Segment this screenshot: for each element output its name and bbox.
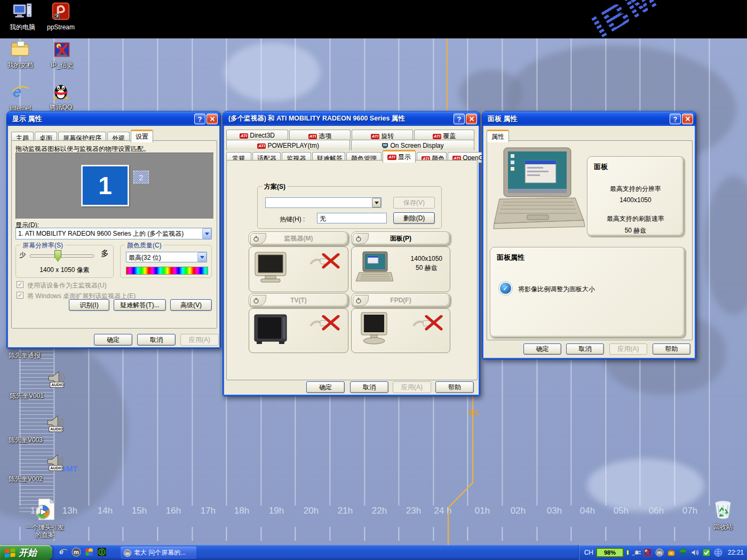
identify-button[interactable]: 识别(I) xyxy=(69,299,109,311)
icon-label: ppStream xyxy=(44,23,78,31)
apply-button: 应用(A) xyxy=(393,381,431,393)
scale-image-checkbox[interactable]: ✓ xyxy=(500,283,511,294)
tab-settings[interactable]: 设置 xyxy=(131,130,153,142)
desktop-icon-recycle-bin[interactable]: 回收站 xyxy=(705,499,741,531)
help-titlebar-button[interactable]: ? xyxy=(454,114,465,124)
disconnected-cable-icon xyxy=(309,253,343,271)
tab-on-screen-display[interactable]: On Screen Display xyxy=(351,140,474,150)
tab-rotation[interactable]: ATI旋转 xyxy=(352,130,413,140)
monitor-device-body xyxy=(249,246,348,292)
tray-maxthon-icon[interactable]: m xyxy=(655,548,664,557)
monitor-2-box[interactable]: 2 xyxy=(133,171,149,183)
close-button[interactable] xyxy=(466,114,477,124)
messenger-quicklaunch-icon[interactable] xyxy=(84,547,93,556)
desktop-icon-audio-v002[interactable]: AUDIO 陈先奎V002 xyxy=(4,452,74,483)
display-select-arrow[interactable] xyxy=(202,228,211,239)
window-title: 显示 属性 xyxy=(12,115,42,123)
tray-umbrella-icon[interactable] xyxy=(679,548,688,557)
scheme-select-arrow[interactable] xyxy=(372,198,381,207)
tray-antivirus-icon[interactable] xyxy=(702,548,711,557)
hour-label: 03h xyxy=(543,506,566,516)
windows-flag-icon xyxy=(4,548,16,558)
ok-button[interactable]: 确定 xyxy=(306,381,345,393)
svg-text:AUDIO: AUDIO xyxy=(51,382,64,387)
fpd-power-button[interactable] xyxy=(353,295,369,306)
ac-power-icon[interactable] xyxy=(632,548,641,557)
desktop-icon-qq[interactable]: 腾讯QQ xyxy=(44,82,78,111)
troubleshoot-button[interactable]: 疑难解答(T)... xyxy=(114,299,166,311)
close-button[interactable] xyxy=(682,114,693,124)
resolution-slider-track[interactable] xyxy=(30,254,94,258)
ati-logo-icon: ATI xyxy=(433,134,441,139)
color-quality-arrow[interactable] xyxy=(197,252,206,262)
tray-firewall-icon[interactable] xyxy=(714,548,723,557)
desktop-icon-ppstream[interactable]: ppStream xyxy=(44,2,78,31)
my-computer-icon xyxy=(5,2,39,22)
hotkey-field[interactable]: 无 xyxy=(317,213,387,223)
help-titlebar-button[interactable]: ? xyxy=(670,114,681,124)
maxthon-quicklaunch-icon[interactable]: m xyxy=(71,547,81,556)
primary-monitor-checkbox[interactable]: ✓ xyxy=(17,281,23,288)
tab-direct3d[interactable]: ATIDirect3D xyxy=(226,130,288,140)
display-properties-titlebar[interactable]: 显示 属性 xyxy=(7,111,220,126)
help-button[interactable]: 帮助 xyxy=(653,343,690,355)
monitor-1-box[interactable]: 1 xyxy=(81,165,129,206)
display-adapter-select[interactable]: 1. ATI MOBILITY RADEON 9600 Series 上的 (多… xyxy=(15,228,212,239)
resolution-group: 屏幕分辨率(S) 少 多 747 x 560 像素 xyxy=(15,245,114,278)
power-icon xyxy=(355,297,362,304)
language-indicator[interactable]: CH xyxy=(584,549,593,556)
ok-button[interactable]: 确定 xyxy=(523,343,561,355)
start-button[interactable]: 开始 xyxy=(0,545,52,560)
panel-power-button[interactable] xyxy=(353,233,369,244)
max-resolution-label: 最高支持的分辨率 xyxy=(587,185,684,194)
color-quality-select[interactable]: 最高(32 位) xyxy=(126,252,207,262)
tab-powerplay[interactable]: ATIPOWERPLAY(tm) xyxy=(226,140,350,150)
ok-button[interactable]: 确定 xyxy=(94,334,132,346)
panel-properties-titlebar[interactable]: 面板 属性 xyxy=(482,111,696,126)
globe-quicklaunch-icon[interactable] xyxy=(97,547,106,556)
extend-desktop-checkbox[interactable]: ✓ xyxy=(17,292,23,299)
help-button[interactable]: 帮助 xyxy=(435,381,474,393)
hour-label: 18h xyxy=(230,506,253,516)
cancel-button[interactable]: 取消 xyxy=(137,334,176,346)
icon-label: 我的文档 xyxy=(3,61,37,69)
cancel-button[interactable]: 取消 xyxy=(566,343,604,355)
resolution-slider-thumb[interactable] xyxy=(54,250,61,262)
svg-text:AUDIO: AUDIO xyxy=(50,466,63,470)
scheme-select[interactable] xyxy=(265,197,382,208)
tray-clock[interactable]: 22:21 xyxy=(728,549,744,556)
hour-label: 20h xyxy=(299,506,323,516)
desktop-icon-my-computer[interactable]: 我的电脑 xyxy=(5,2,39,31)
desktop-icon-movie[interactable]: 一个馒头引发 的血案 xyxy=(15,498,75,539)
desktop-icon-audio-v001[interactable]: AUDIO 陈先奎V001 xyxy=(5,369,75,399)
hour-label: 16h xyxy=(162,506,185,516)
delete-scheme-button[interactable]: 删除(D) xyxy=(393,212,435,224)
help-titlebar-button[interactable]: ? xyxy=(194,114,205,124)
task-button-maxthon[interactable]: m 老大 问个屏幕的... xyxy=(121,547,196,559)
desktop-icon-audio-v003[interactable]: AUDIO 陈先奎V003 xyxy=(4,413,74,444)
battery-meter[interactable]: 98% xyxy=(596,548,624,557)
panel-properties-window: 面板 属性 ? 属性 面板 最高支持的分辨率 747x560 最高支持的刷新… xyxy=(482,111,696,359)
advanced-button[interactable]: 高级(V) xyxy=(170,299,212,311)
tv-power-button[interactable] xyxy=(250,295,266,306)
hour-label: 21h xyxy=(333,506,357,516)
tray-volume-icon[interactable] xyxy=(690,548,700,557)
primary-monitor-label: 使用该设备作为主监视器(U) xyxy=(27,281,107,290)
tray-qq-icon[interactable] xyxy=(667,548,676,557)
tab-options[interactable]: ATI选项 xyxy=(289,130,351,140)
panel-resolution-text: 747x560 xyxy=(411,254,442,263)
ie-quicklaunch-icon[interactable]: e xyxy=(59,547,68,556)
tab-ati-displays[interactable]: ATI显示 xyxy=(383,150,416,163)
desktop-icon-ip-history[interactable]: IP_信史 xyxy=(45,41,79,69)
close-button[interactable] xyxy=(206,114,218,124)
audio-speaker-icon: AUDIO xyxy=(46,413,74,435)
desktop-icon-my-documents[interactable]: 我的文档 xyxy=(3,39,37,69)
desktop-icon-internet[interactable]: e Internet xyxy=(2,83,38,112)
cancel-button[interactable]: 取消 xyxy=(350,381,388,393)
tab-attributes[interactable]: 属性 xyxy=(487,130,509,142)
desktop-icon-chen-notice[interactable]: 陈先奎通报 xyxy=(4,351,71,359)
tab-overlay[interactable]: ATI覆盖 xyxy=(414,130,474,140)
ati-properties-titlebar[interactable]: (多个监视器) 和 ATI MOBILITY RADEON 9600 Serie… xyxy=(223,111,480,126)
tray-ip-history-icon[interactable] xyxy=(643,548,653,557)
monitor-power-button[interactable] xyxy=(250,233,266,244)
